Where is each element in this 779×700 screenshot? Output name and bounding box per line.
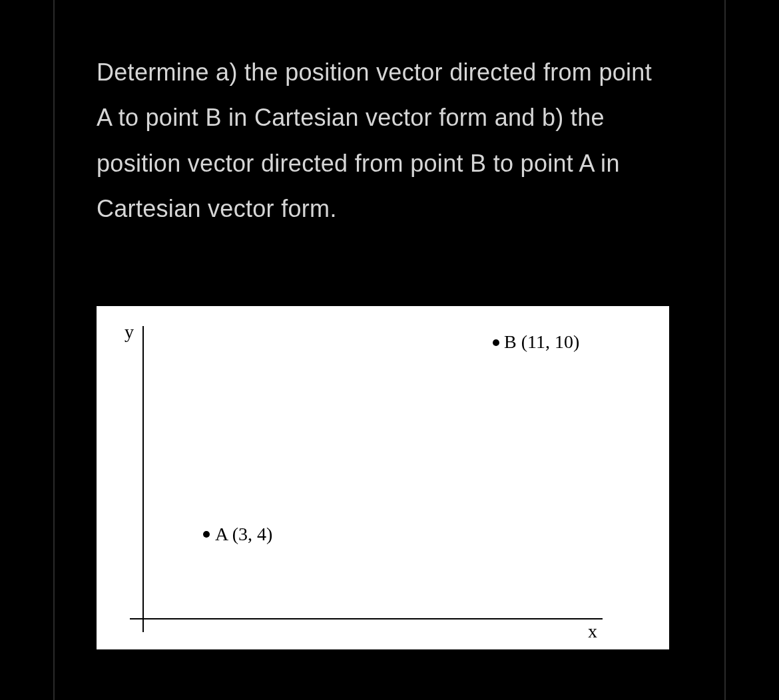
question-block: Determine a) the position vector directe… bbox=[97, 50, 669, 232]
point-b-label: B (11, 10) bbox=[504, 331, 579, 352]
y-axis-label: y bbox=[125, 321, 134, 342]
diagram-container: y x A (3, 4) B (11, 10) bbox=[97, 306, 669, 649]
question-text: Determine a) the position vector directe… bbox=[97, 50, 669, 232]
point-b-dot bbox=[493, 339, 499, 346]
x-axis-label: x bbox=[588, 621, 597, 641]
point-a-label: A (3, 4) bbox=[215, 524, 272, 544]
point-a-dot bbox=[203, 531, 210, 538]
coordinate-diagram: y x A (3, 4) B (11, 10) bbox=[97, 306, 669, 649]
